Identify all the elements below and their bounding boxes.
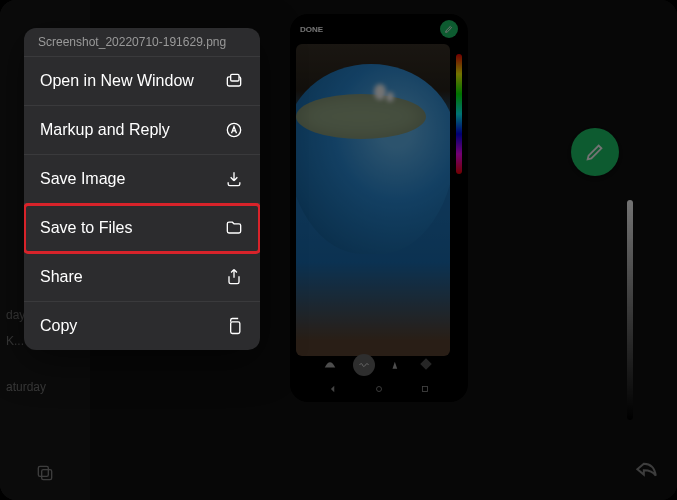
menu-item-label: Save to Files [40, 219, 132, 237]
share-icon [224, 267, 244, 287]
menu-item-label: Markup and Reply [40, 121, 170, 139]
menu-open-new-window[interactable]: Open in New Window [24, 57, 260, 106]
context-menu: Screenshot_20220710-191629.png Open in N… [24, 28, 260, 350]
markup-icon [224, 120, 244, 140]
menu-item-label: Copy [40, 317, 77, 335]
menu-share[interactable]: Share [24, 253, 260, 302]
svg-rect-6 [231, 74, 239, 81]
download-icon [224, 169, 244, 189]
window-icon [224, 71, 244, 91]
menu-save-image[interactable]: Save Image [24, 155, 260, 204]
folder-icon [224, 218, 244, 238]
menu-save-to-files[interactable]: Save to Files [24, 204, 260, 253]
menu-item-label: Open in New Window [40, 72, 194, 90]
menu-item-label: Save Image [40, 170, 125, 188]
copy-docs-icon [224, 316, 244, 336]
menu-header-filename: Screenshot_20220710-191629.png [24, 28, 260, 57]
menu-copy[interactable]: Copy [24, 302, 260, 350]
menu-markup-reply[interactable]: Markup and Reply [24, 106, 260, 155]
svg-rect-8 [231, 322, 240, 334]
menu-item-label: Share [40, 268, 83, 286]
